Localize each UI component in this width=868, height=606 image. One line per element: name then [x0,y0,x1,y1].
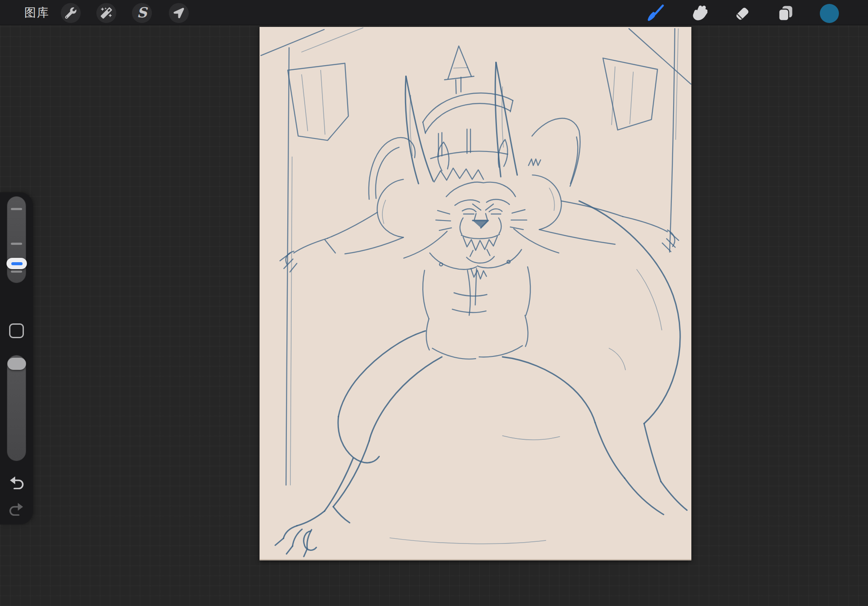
actions-button[interactable] [61,3,81,23]
magic-wand-icon [101,7,112,19]
size-tick [11,270,22,273]
size-tick [11,243,22,245]
brush-size-thumb[interactable] [7,258,27,269]
erase-tool-button[interactable] [733,4,752,23]
color-button[interactable] [820,4,839,23]
active-color-swatch [820,4,839,23]
brush-icon [646,4,664,23]
brush-opacity-slider[interactable] [7,355,26,461]
layers-icon [777,5,794,22]
top-toolbar: 图库 S [0,0,868,25]
redo-icon [8,502,25,516]
gallery-button[interactable]: 图库 [24,0,49,25]
selection-button[interactable]: S [132,3,152,23]
drawing-canvas[interactable] [260,27,691,560]
transform-button[interactable] [169,3,189,23]
transform-arrow-icon [174,8,184,18]
modify-button[interactable] [9,323,24,338]
adjustments-button[interactable] [96,3,116,23]
layers-button[interactable] [776,4,795,23]
app-window: 图库 S [0,0,868,606]
smudge-tool-button[interactable] [689,4,708,23]
paint-tool-button[interactable] [646,4,665,23]
size-tick [11,208,22,210]
undo-icon [8,475,25,489]
brush-size-slider[interactable] [7,196,26,283]
selection-s-icon: S [137,6,147,20]
undo-button[interactable] [8,475,25,489]
wrench-icon [65,7,76,19]
brush-opacity-thumb[interactable] [7,358,26,370]
eraser-icon [733,5,751,22]
smudge-finger-icon [690,5,707,22]
thumb-accent-dash [11,262,23,265]
brush-sidebar [0,192,33,524]
redo-button[interactable] [8,502,25,516]
sketch-artwork [260,27,691,559]
